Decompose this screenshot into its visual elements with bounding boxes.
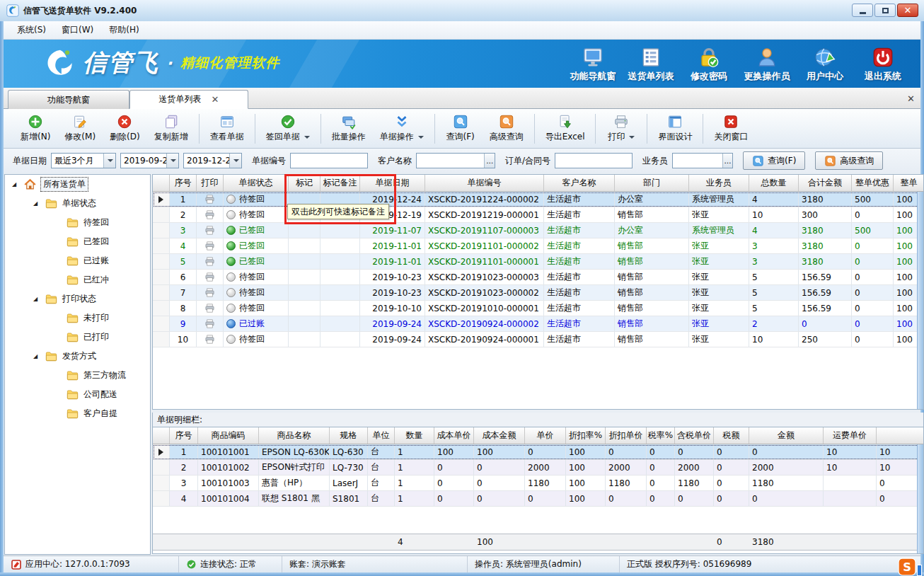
menu-help[interactable]: 帮助(H) <box>101 22 146 38</box>
date-range-select[interactable]: 最近3个月 <box>51 153 116 168</box>
toolbar-button-add[interactable]: 新增(N) <box>13 112 57 145</box>
dropdown-arrow-icon[interactable] <box>103 154 115 168</box>
orders-column-header[interactable] <box>153 175 170 191</box>
orders-column-header[interactable]: 序号 <box>170 175 197 191</box>
tree-item-11[interactable]: 公司配送 <box>5 385 150 404</box>
tree-expander-icon[interactable]: ◢ <box>33 353 40 359</box>
tree-expander-icon[interactable]: ◢ <box>12 181 19 188</box>
tree-item-6[interactable]: ◢打印状态 <box>5 289 150 309</box>
orders-row-6[interactable]: 6待签回2019-10-23XSCKD-20191023-000003生活超市销… <box>153 270 923 285</box>
toolbar-button-view-doc[interactable]: 查看单据 <box>203 112 251 145</box>
orders-row-10[interactable]: 10待签回2019-09-24XSCKD-20190924-000001生活超市… <box>153 332 923 347</box>
vertical-scrollbar[interactable] <box>917 192 923 409</box>
banner-action-1[interactable]: 送货单列表 <box>622 42 680 85</box>
tree-item-2[interactable]: 待签回 <box>5 213 150 232</box>
banner-action-3[interactable]: 更换操作员 <box>738 42 796 85</box>
toolbar-button-search-blue[interactable]: 查询(F) <box>439 112 483 145</box>
salesman-input[interactable] <box>673 154 722 168</box>
tree-item-0[interactable]: ◢所有送货单 <box>5 175 150 194</box>
orders-row-7[interactable]: 7待签回2019-10-23XSCKD-20191023-000002生活超市销… <box>153 285 923 301</box>
toolbar-button-batch[interactable]: 批量操作 <box>325 112 373 145</box>
dropdown-arrow-icon[interactable] <box>418 136 424 139</box>
toolbar-button-delete[interactable]: 删除(D) <box>103 112 147 145</box>
orders-column-header[interactable]: 单据日期 <box>360 175 425 191</box>
orders-row-1[interactable]: 1待签回2019-12-24XSCKD-20191224-000002生活超市办… <box>153 192 923 207</box>
toolbar-button-copy[interactable]: 复制新增 <box>147 112 195 145</box>
detail-column-header[interactable]: 折扣率% <box>566 427 606 444</box>
tab-close-icon[interactable]: ✕ <box>212 94 219 105</box>
orders-row-5[interactable]: 5已签回2019-11-01XSCKD-20191101-000001生活超市销… <box>153 254 923 270</box>
orders-row-2[interactable]: 2待签回2019-12-19XSCKD-20191219-000001生活超市销… <box>153 207 923 223</box>
orders-column-header[interactable]: 客户名称 <box>544 175 615 191</box>
orders-column-header[interactable]: 部门 <box>615 175 689 191</box>
orders-column-header[interactable]: 合计金额 <box>799 175 852 191</box>
tree-expander-icon[interactable]: ◢ <box>33 296 40 302</box>
detail-row-3[interactable]: 3100101003惠普（HP）LaserJ台10011801001180011… <box>153 476 923 491</box>
minimize-button[interactable] <box>852 4 873 17</box>
tab-nav-window[interactable]: 功能导航窗 <box>8 90 129 109</box>
detail-column-header[interactable]: 税率% <box>647 427 675 444</box>
toolbar-button-ui-design[interactable]: 界面设计 <box>651 112 699 145</box>
orders-column-header[interactable]: 整单 <box>894 175 924 191</box>
detail-column-header[interactable]: 税额 <box>714 427 749 444</box>
banner-action-5[interactable]: 退出系统 <box>854 42 912 85</box>
salesman-lookup-icon[interactable]: … <box>722 154 732 168</box>
toolbar-button-doc-ops[interactable]: 单据操作 <box>373 112 431 145</box>
customer-lookup-icon[interactable]: … <box>484 154 495 168</box>
orders-row-3[interactable]: 3已签回2019-11-07XSCKD-20191107-000003生活超市办… <box>153 223 923 238</box>
orders-column-header[interactable]: 单据编号 <box>425 175 544 191</box>
dropdown-arrow-icon[interactable] <box>304 136 310 139</box>
detail-column-header[interactable]: 商品名称 <box>259 427 330 444</box>
detail-column-header[interactable]: 单价 <box>525 427 566 444</box>
tree-item-4[interactable]: 已过账 <box>5 251 150 270</box>
vertical-scrollbar[interactable] <box>917 444 923 553</box>
orders-row-8[interactable]: 8待签回2019-10-10XSCKD-20191010-000001生活超市销… <box>153 301 923 316</box>
dropdown-arrow-icon[interactable] <box>166 154 178 168</box>
orders-column-header[interactable]: 整单优惠 <box>852 175 894 191</box>
orders-column-header[interactable]: 打印 <box>197 175 224 191</box>
detail-column-header[interactable]: 序号 <box>170 427 198 444</box>
detail-column-header[interactable]: 运费单价 <box>824 427 877 444</box>
toolbar-button-print[interactable]: 打印 <box>599 112 643 145</box>
tree-item-5[interactable]: 已红冲 <box>5 270 150 289</box>
docno-input[interactable] <box>291 154 367 168</box>
detail-column-header[interactable] <box>877 427 924 444</box>
toolbar-button-excel[interactable]: 导出Excel <box>538 112 592 145</box>
orders-column-header[interactable]: 总数量 <box>749 175 799 191</box>
orders-column-header[interactable]: 业务员 <box>689 175 749 191</box>
dropdown-arrow-icon[interactable] <box>229 154 241 168</box>
detail-column-header[interactable]: 折扣单价 <box>606 427 647 444</box>
orders-row-9[interactable]: 9已过账2019-09-24XSCKD-20190924-000002生活超市销… <box>153 316 923 332</box>
tab-delivery-list[interactable]: 送货单列表 ✕ <box>129 90 248 109</box>
banner-action-4[interactable]: 用户中心 <box>796 42 854 85</box>
detail-row-4[interactable]: 4100101004联想 S1801 黑S1801台1000100000000 <box>153 491 923 507</box>
tree-expander-icon[interactable]: ◢ <box>33 200 40 207</box>
tree-item-7[interactable]: 未打印 <box>5 309 150 328</box>
detail-column-header[interactable]: 成本金额 <box>474 427 525 444</box>
tabstrip-close-icon[interactable]: ✕ <box>907 93 915 104</box>
ime-tray-blue-icon[interactable] <box>917 565 922 576</box>
tree-item-10[interactable]: 第三方物流 <box>5 366 150 385</box>
detail-column-header[interactable]: 单位 <box>368 427 395 444</box>
tree-item-1[interactable]: ◢单据状态 <box>5 194 150 213</box>
advanced-search-button[interactable]: 高级查询 <box>815 151 883 170</box>
detail-column-header[interactable]: 数量 <box>395 427 434 444</box>
close-button[interactable]: ✕ <box>897 4 918 17</box>
tree-item-12[interactable]: 客户自提 <box>5 404 150 423</box>
tree-item-8[interactable]: 已打印 <box>5 328 150 347</box>
orders-column-header[interactable]: 单据状态 <box>224 175 289 191</box>
toolbar-button-close-window[interactable]: 关闭窗口 <box>707 112 755 145</box>
detail-column-header[interactable]: 商品编码 <box>198 427 259 444</box>
detail-column-header[interactable] <box>153 427 170 444</box>
orders-column-header[interactable]: 标记 <box>289 175 320 191</box>
dropdown-arrow-icon[interactable] <box>629 136 635 139</box>
banner-action-2[interactable]: 修改密码 <box>680 42 738 85</box>
detail-column-header[interactable]: 金额 <box>749 427 824 444</box>
toolbar-button-sign-back[interactable]: 签回单据 <box>259 112 317 145</box>
orders-row-4[interactable]: 4已签回2019-11-01XSCKD-20191101-000002生活超市销… <box>153 238 923 254</box>
menu-window[interactable]: 窗口(W) <box>54 22 101 38</box>
ime-sogou-icon[interactable]: S <box>898 558 916 576</box>
date-to-select[interactable]: 2019-12-24 <box>183 153 242 168</box>
toolbar-button-edit[interactable]: 修改(M) <box>57 112 103 145</box>
tree-item-3[interactable]: 已签回 <box>5 232 150 251</box>
